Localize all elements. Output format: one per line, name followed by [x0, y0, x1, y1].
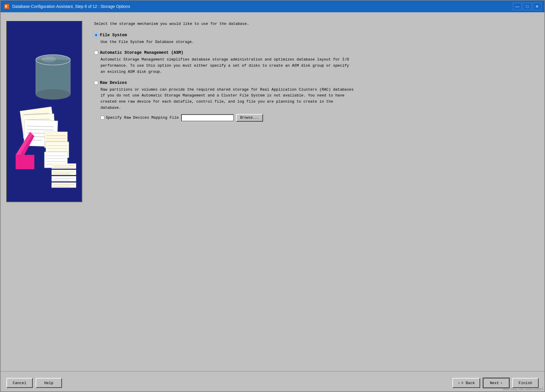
svg-rect-51	[52, 176, 76, 182]
title-bar: M Database Configuration Assistant, Step…	[1, 1, 544, 12]
browse-button[interactable]: Browse...	[236, 114, 263, 122]
window-title: Database Configuration Assistant, Step 6…	[12, 4, 513, 9]
file-system-label[interactable]: File System	[94, 33, 533, 37]
main-window: M Database Configuration Assistant, Step…	[0, 0, 545, 392]
raw-devices-radio[interactable]	[94, 81, 98, 85]
watermark: https://blog.csdn.net/jb1434863	[503, 388, 543, 391]
raw-devices-option: Raw Devices Raw partitions or volumes ca…	[94, 80, 533, 122]
close-button[interactable]: ✕	[533, 3, 541, 10]
svg-point-9	[41, 56, 56, 62]
asm-label[interactable]: Automatic Storage Management (ASM)	[94, 50, 533, 55]
minimize-button[interactable]: —	[513, 3, 522, 10]
raw-devices-label[interactable]: Raw Devices	[94, 80, 533, 85]
raw-mapping-label[interactable]: Specify Raw Devices Mapping File	[101, 115, 179, 120]
raw-mapping-input[interactable]	[181, 114, 234, 121]
raw-mapping-row: Specify Raw Devices Mapping File Browse.…	[101, 114, 533, 122]
svg-text:M: M	[5, 5, 7, 9]
next-button[interactable]: Next ›	[483, 378, 509, 388]
asm-description: Automatic Storage Management simplifies …	[101, 57, 355, 75]
content-area: Select the storage mechanism you would l…	[1, 12, 544, 368]
maximize-button[interactable]: □	[523, 3, 532, 10]
asm-radio[interactable]	[94, 51, 98, 55]
file-system-description: Use the File System for Database storage…	[101, 39, 355, 45]
svg-point-5	[36, 89, 70, 99]
footer-right-buttons: ‹ < Back Next › Finish	[452, 378, 539, 388]
svg-rect-48	[52, 170, 76, 175]
footer-left-buttons: Cancel Help	[6, 378, 62, 388]
raw-devices-description: Raw partitions or volumes can provide th…	[101, 87, 355, 111]
file-system-option: File System Use the File System for Data…	[94, 33, 533, 45]
finish-button[interactable]: Finish	[512, 378, 539, 388]
next-label: Next	[490, 381, 499, 385]
asm-option: Automatic Storage Management (ASM) Autom…	[94, 50, 533, 75]
raw-mapping-checkbox[interactable]	[101, 116, 104, 120]
footer-divider	[1, 371, 544, 372]
app-icon: M	[4, 3, 10, 10]
svg-rect-54	[52, 182, 76, 188]
options-panel: Select the storage mechanism you would l…	[88, 18, 539, 362]
footer: Cancel Help ‹ < Back Next › Finish	[1, 374, 544, 391]
back-label: < Back	[461, 381, 475, 385]
cancel-button[interactable]: Cancel	[6, 378, 33, 388]
next-chevron-icon: ›	[500, 381, 503, 385]
svg-rect-45	[52, 163, 76, 169]
asm-text: Automatic Storage Management (ASM)	[100, 50, 184, 55]
instruction-text: Select the storage mechanism you would l…	[94, 21, 533, 27]
file-system-text: File System	[100, 33, 127, 37]
help-button[interactable]: Help	[36, 378, 62, 388]
back-chevron-icon: ‹	[458, 381, 460, 385]
raw-mapping-text: Specify Raw Devices Mapping File	[106, 115, 179, 120]
raw-devices-text: Raw Devices	[100, 80, 127, 85]
back-button[interactable]: ‹ < Back	[452, 378, 480, 388]
illustration-panel	[6, 21, 82, 202]
window-controls: — □ ✕	[513, 3, 541, 10]
file-system-radio[interactable]	[94, 33, 98, 37]
